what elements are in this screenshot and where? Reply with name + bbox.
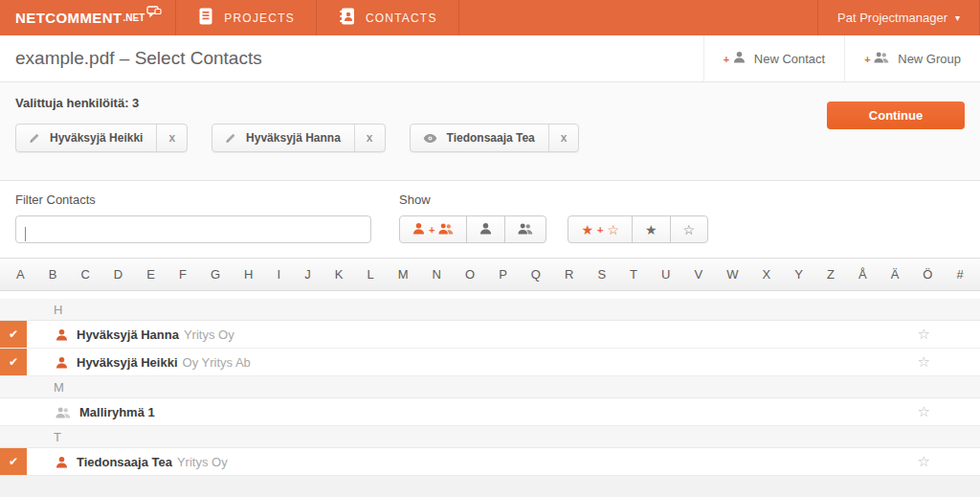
- alphabet-letter[interactable]: U: [661, 267, 670, 282]
- alphabet-letter[interactable]: H: [244, 267, 253, 282]
- new-group-button[interactable]: + New Group: [844, 35, 980, 81]
- filter-contacts-label: Filter Contacts: [15, 192, 371, 207]
- text-caret: [25, 227, 26, 241]
- alphabet-letter[interactable]: I: [278, 267, 281, 282]
- comment-bubble-icon: [146, 5, 162, 22]
- pencil-icon: [212, 132, 246, 144]
- star-outline-icon: ☆: [683, 222, 696, 237]
- alphabet-letter[interactable]: R: [565, 267, 573, 282]
- check-icon: ✔: [9, 455, 18, 468]
- top-navigation-bar: NETCOMMENT .NET PROJECTS CONTACTS Pat Pr…: [0, 0, 980, 35]
- contact-company: Yritys Oy: [177, 455, 228, 469]
- user-menu[interactable]: Pat Projectmanager ▾: [817, 0, 980, 35]
- alphabet-letter[interactable]: O: [465, 267, 475, 282]
- row-checkbox-checked[interactable]: ✔: [0, 448, 27, 475]
- alphabet-letter[interactable]: F: [179, 267, 187, 282]
- section-letter: H: [0, 303, 62, 317]
- contact-row[interactable]: Malliryhmä 1☆: [0, 398, 980, 426]
- section-letter: T: [0, 430, 61, 444]
- alphabet-letter[interactable]: Å: [858, 267, 867, 282]
- selected-contact-chip[interactable]: Hyväksyjä Hannax: [212, 124, 385, 152]
- contacts-book-icon: [338, 7, 356, 29]
- alphabet-letter[interactable]: N: [433, 267, 441, 282]
- alphabet-letter[interactable]: T: [630, 267, 637, 282]
- contact-name: Hyväksyjä Heikki: [77, 355, 178, 370]
- new-contact-button[interactable]: + New Contact: [703, 35, 844, 81]
- alphabet-letter[interactable]: A: [16, 267, 25, 282]
- alphabet-letter[interactable]: C: [80, 267, 89, 282]
- alphabet-letter[interactable]: W: [726, 267, 738, 282]
- app-logo[interactable]: NETCOMMENT .NET: [0, 0, 176, 35]
- add-person-icon: +: [724, 51, 746, 66]
- alphabet-letter[interactable]: K: [335, 267, 344, 282]
- selected-contact-chip[interactable]: Hyväksyjä Heikkix: [15, 124, 188, 152]
- star-filled-icon: ★: [645, 222, 657, 237]
- alphabet-letter[interactable]: D: [114, 267, 122, 282]
- star-filter-group: ★ + ☆ ★ ☆: [568, 215, 708, 243]
- star-filled-icon: ★: [581, 222, 593, 237]
- show-persons-button[interactable]: [466, 215, 505, 243]
- section-header: M: [0, 376, 980, 398]
- row-checkbox-checked[interactable]: ✔: [0, 321, 27, 348]
- alphabet-letter[interactable]: E: [146, 267, 155, 282]
- star-toggle[interactable]: ☆: [918, 326, 930, 343]
- alphabet-letter[interactable]: #: [956, 267, 963, 282]
- alphabet-letter[interactable]: L: [367, 267, 373, 282]
- alphabet-letter[interactable]: Y: [794, 267, 803, 282]
- alphabet-letter[interactable]: V: [695, 267, 703, 282]
- chip-remove-button[interactable]: x: [156, 124, 187, 151]
- person-icon: [56, 356, 68, 369]
- show-starred-button[interactable]: ★: [632, 215, 671, 243]
- chip-label: Hyväksyjä Hanna: [246, 131, 354, 145]
- filter-contacts-input[interactable]: [15, 215, 371, 243]
- show-all-contacts-button[interactable]: +: [399, 215, 467, 243]
- page-title: example.pdf – Select Contacts: [0, 48, 262, 69]
- chip-remove-button[interactable]: x: [354, 124, 385, 151]
- section-header: T: [0, 426, 980, 448]
- row-checkbox-unchecked[interactable]: [0, 398, 27, 425]
- alphabet-bar: ABCDEFGHIJKLMNOPQRSTUVWXYZÅÄÖ#: [0, 258, 980, 291]
- chip-label: Hyväksyjä Heikki: [50, 131, 156, 145]
- show-all-stars-button[interactable]: ★ + ☆: [568, 215, 633, 243]
- alphabet-letter[interactable]: Ä: [891, 267, 900, 282]
- list-spacer: [0, 291, 980, 299]
- title-bar: example.pdf – Select Contacts + New Cont…: [0, 35, 980, 82]
- filter-panel: Filter Contacts Show +: [0, 181, 980, 258]
- contact-row[interactable]: ✔Tiedonsaaja TeaYritys Oy☆: [0, 448, 980, 476]
- star-toggle[interactable]: ☆: [918, 403, 930, 420]
- selection-panel: Valittuja henkilöitä: 3 Hyväksyjä Heikki…: [0, 82, 980, 181]
- alphabet-letter[interactable]: P: [499, 267, 507, 282]
- alphabet-letter[interactable]: Q: [531, 267, 541, 282]
- alphabet-letter[interactable]: S: [597, 267, 606, 282]
- continue-button[interactable]: Continue: [827, 102, 965, 129]
- row-checkbox-checked[interactable]: ✔: [0, 349, 27, 375]
- contact-row[interactable]: ✔Hyväksyjä HannaYritys Oy☆: [0, 321, 980, 349]
- contact-row[interactable]: ✔Hyväksyjä HeikkiOy Yritys Ab☆: [0, 349, 980, 376]
- contact-company: Yritys Oy: [184, 328, 234, 342]
- person-icon: [56, 456, 68, 468]
- nav-item-projects[interactable]: PROJECTS: [176, 0, 317, 35]
- selected-chips: Hyväksyjä HeikkixHyväksyjä HannaxTiedons…: [15, 124, 965, 152]
- star-toggle[interactable]: ☆: [918, 453, 930, 470]
- show-label: Show: [399, 192, 708, 207]
- pencil-icon: [16, 132, 50, 144]
- group-icon: [438, 222, 454, 237]
- check-icon: ✔: [9, 328, 18, 341]
- show-unstarred-button[interactable]: ☆: [670, 215, 709, 243]
- alphabet-letter[interactable]: J: [304, 267, 311, 282]
- contact-name: Hyväksyjä Hanna: [77, 328, 179, 342]
- chip-remove-button[interactable]: x: [548, 124, 579, 151]
- nav-item-contacts[interactable]: CONTACTS: [317, 0, 459, 35]
- star-toggle[interactable]: ☆: [918, 353, 930, 371]
- selected-contact-chip[interactable]: Tiedonsaaja Teax: [410, 124, 580, 152]
- alphabet-letter[interactable]: G: [211, 267, 220, 282]
- alphabet-letter[interactable]: M: [398, 267, 409, 282]
- show-groups-button[interactable]: [504, 215, 546, 243]
- nav-label: CONTACTS: [366, 11, 437, 25]
- alphabet-letter[interactable]: Z: [827, 267, 835, 282]
- star-outline-icon: ☆: [607, 222, 619, 237]
- alphabet-letter[interactable]: B: [49, 267, 57, 282]
- chip-label: Tiedonsaaja Tea: [447, 131, 548, 145]
- alphabet-letter[interactable]: Ö: [923, 267, 932, 282]
- alphabet-letter[interactable]: X: [763, 267, 771, 282]
